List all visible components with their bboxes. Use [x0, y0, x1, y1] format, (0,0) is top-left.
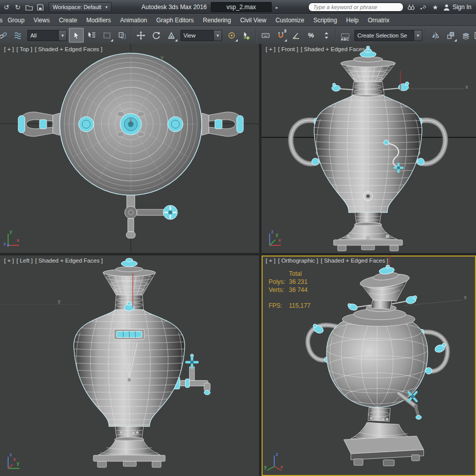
window-crossing-button[interactable] — [115, 28, 129, 43]
select-and-manipulate-button[interactable] — [239, 28, 254, 43]
binoculars-icon — [407, 4, 415, 11]
axis-tripod-icon — [4, 453, 23, 472]
menu-rendering[interactable]: Rendering — [198, 15, 235, 26]
viewport-menu-button[interactable]: [ + ] — [266, 258, 276, 264]
viewport-shading-label[interactable]: [ Shaded + Edged Faces ] — [301, 46, 368, 52]
menu-views[interactable]: Views — [29, 15, 54, 26]
search-button[interactable] — [407, 3, 416, 12]
viewport-shading-label[interactable]: [ Shaded + Edged Faces ] — [321, 258, 388, 264]
viewport-view-label[interactable]: [ Orthographic ] — [278, 258, 318, 264]
tripod-label-y: y — [276, 232, 278, 237]
angle-snap-toggle-button[interactable] — [288, 28, 303, 43]
window-crossing-icon — [118, 31, 127, 40]
viewport-view-label[interactable]: [ Top ] — [17, 46, 32, 52]
align-button[interactable] — [443, 28, 458, 43]
snaps-toggle-button[interactable]: 3 — [273, 28, 288, 43]
coordinate-system-value: View — [181, 30, 213, 41]
reference-coordinate-system-dropdown[interactable]: View ▾ — [180, 30, 222, 41]
viewport-menu-button[interactable]: [ + ] — [4, 46, 14, 52]
viewport-area: [ + ] [ Top ] [ Shaded + Edged Faces ] y… — [0, 44, 476, 476]
viewport-view-label[interactable]: [ Front ] — [278, 46, 299, 52]
axis-tripod-icon — [265, 230, 284, 249]
spinner-snap-toggle-button[interactable] — [319, 28, 334, 43]
layer-manager-button[interactable] — [458, 28, 473, 43]
mirror-button[interactable] — [428, 28, 443, 43]
menu-animation[interactable]: Animation — [116, 15, 152, 26]
select-and-scale-button[interactable] — [164, 28, 178, 43]
spinner-icon — [322, 31, 331, 40]
select-and-rotate-button[interactable] — [149, 28, 163, 43]
toolbar-button-clipped[interactable] — [474, 28, 476, 43]
viewport-shading-label[interactable]: [ Shaded + Edged Faces ] — [35, 258, 102, 264]
viewport-left[interactable]: [ + ] [ Left ] [ Shaded + Edged Faces ] … — [0, 255, 259, 476]
toolbar-separator — [255, 28, 257, 42]
select-object-button[interactable] — [69, 28, 84, 43]
select-and-link-button[interactable] — [0, 28, 10, 43]
menu-help[interactable]: Help — [342, 15, 363, 26]
select-by-name-button[interactable] — [84, 28, 99, 43]
rectangular-selection-region-button[interactable] — [99, 28, 114, 43]
menu-customize[interactable]: Customize — [271, 15, 309, 26]
infocenter: ★ Sign In — [308, 3, 476, 12]
favorites-button[interactable]: ★ — [431, 3, 440, 12]
tripod-label-y: y — [10, 229, 12, 234]
menu-group[interactable]: Group — [3, 15, 29, 26]
infocenter-expand-button[interactable]: ▸ — [276, 5, 278, 10]
tripod-label-z: z — [10, 452, 12, 457]
undo-icon: ↺ — [4, 4, 10, 11]
viewport-menu-button[interactable]: [ + ] — [266, 46, 276, 52]
top-view-canvas[interactable] — [0, 44, 259, 253]
main-toolbar: All ▾ — [0, 25, 476, 45]
viewport-label: [ + ] [ Left ] [ Shaded + Edged Faces ] — [4, 258, 103, 264]
open-file-name: vsp_2.max — [211, 2, 272, 12]
viewport-orthographic[interactable]: [ + ] [ Orthographic ] [ Shaded + Edged … — [262, 255, 476, 476]
viewport-menu-button[interactable]: [ + ] — [4, 258, 14, 264]
edit-named-selection-sets-button[interactable]: ABC — [338, 28, 352, 43]
tripod-label-x: x — [280, 464, 283, 469]
viewport-shading-label[interactable]: [ Shaded + Edged Faces ] — [35, 46, 102, 52]
save-file-button[interactable] — [35, 2, 45, 12]
viewport-view-label[interactable]: [ Left ] — [17, 258, 33, 264]
infocenter-search-input[interactable] — [308, 3, 404, 12]
titlebar: ↺ ↻ Workspace: Default ▾ Autodesk 3ds Ma… — [0, 0, 476, 14]
workspace-selector[interactable]: Workspace: Default ▾ — [49, 2, 112, 12]
undo-button[interactable]: ↺ — [2, 2, 12, 12]
stats-verts-value: 36 744 — [289, 286, 308, 294]
menu-graph-editors[interactable]: Graph Editors — [152, 15, 198, 26]
menu-create[interactable]: Create — [54, 15, 82, 26]
sign-in-button[interactable]: Sign In — [443, 4, 471, 11]
viewport-label: [ + ] [ Front ] [ Shaded + Edged Faces ] — [266, 46, 368, 52]
world-axis-label-x: x — [464, 294, 467, 300]
app-title: Autodesk 3ds Max 2016 — [141, 4, 207, 11]
cursor-icon — [72, 31, 81, 40]
chevron-down-icon: ▾ — [58, 30, 66, 41]
star-icon: ★ — [432, 4, 438, 11]
bind-to-space-warp-button[interactable] — [11, 28, 25, 43]
stats-fps-label: FPS: — [269, 302, 289, 310]
user-icon — [443, 4, 450, 11]
menu-modifiers[interactable]: Modifiers — [82, 15, 116, 26]
menu-civil-view[interactable]: Civil View — [236, 15, 271, 26]
menu-scripting[interactable]: Scripting — [309, 15, 342, 26]
selection-filter-dropdown[interactable]: All ▾ — [27, 30, 67, 41]
open-file-button[interactable] — [24, 2, 34, 12]
selection-set-icon — [341, 33, 350, 38]
select-and-move-button[interactable] — [133, 28, 148, 43]
manipulate-icon — [242, 31, 251, 40]
menu-ornatrix[interactable]: Ornatrix — [363, 15, 394, 26]
keyboard-shortcut-override-button[interactable] — [258, 28, 273, 43]
named-selection-sets-dropdown[interactable]: Create Selection Se ▾ — [354, 30, 422, 41]
left-view-canvas[interactable] — [0, 255, 259, 476]
viewport-top[interactable]: [ + ] [ Top ] [ Shaded + Edged Faces ] y… — [0, 44, 259, 253]
viewport-label: [ + ] [ Orthographic ] [ Shaded + Edged … — [266, 258, 388, 264]
world-axis-label-y: y — [58, 298, 61, 304]
use-pivot-point-center-button[interactable] — [224, 28, 239, 43]
communication-center-button[interactable] — [419, 3, 428, 12]
front-view-canvas[interactable] — [262, 44, 476, 253]
redo-button[interactable]: ↻ — [13, 2, 23, 12]
sign-in-label: Sign In — [453, 4, 471, 11]
viewport-front[interactable]: [ + ] [ Front ] [ Shaded + Edged Faces ]… — [262, 44, 476, 253]
keyboard-icon — [261, 31, 270, 40]
select-by-name-icon — [87, 31, 96, 40]
percent-snap-toggle-button[interactable]: % — [304, 28, 318, 43]
